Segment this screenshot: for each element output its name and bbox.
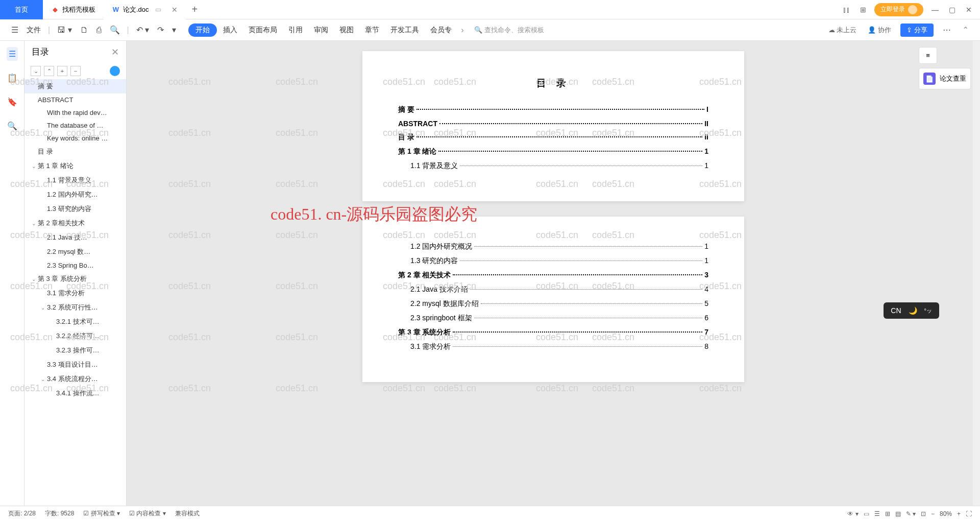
outline-item[interactable]: 2.3 Spring Bo… [24, 259, 126, 272]
sync-icon[interactable] [110, 66, 120, 76]
outline-item[interactable]: 3.4.1 操作流… [24, 386, 126, 400]
login-button[interactable]: 立即登录 [874, 3, 923, 16]
edit-mode-icon[interactable]: ✎ ▾ [906, 510, 916, 517]
menu-开发工具[interactable]: 开发工具 [385, 23, 424, 37]
outline-item[interactable]: ⌄3.2 系统可行性… [24, 300, 126, 315]
new-icon[interactable]: 🗋 [78, 23, 90, 37]
toc-page: II [704, 120, 708, 128]
chevron-down-icon[interactable]: ⌄ [41, 305, 45, 311]
outline-item[interactable]: With the rapid dev… [24, 106, 126, 119]
zoom-fit-icon[interactable]: ⊡ [921, 510, 926, 517]
remove-item-icon[interactable]: − [70, 66, 81, 76]
outline-rail-icon[interactable]: ☰ [7, 47, 18, 61]
plagiarism-check-button[interactable]: 📄 论文查重 [919, 68, 971, 89]
add-item-icon[interactable]: + [57, 66, 67, 76]
minimize-icon[interactable]: — [929, 6, 941, 14]
close-outline-icon[interactable]: ✕ [111, 46, 119, 58]
outline-item[interactable]: ABSTRACT [24, 93, 126, 106]
print-icon[interactable]: ⎙ [94, 23, 104, 37]
spell-check[interactable]: ☑ 拼写检查 ▾ [83, 509, 120, 518]
toc-line: 第 1 章 绪论1 [398, 147, 708, 156]
outline-item[interactable]: 摘 要 [24, 79, 126, 93]
outline-item[interactable]: The database of … [24, 119, 126, 132]
outline-item[interactable]: 1.1 背景及意义 [24, 173, 126, 187]
expand-icon[interactable]: ⌃ [960, 23, 971, 37]
view-page-icon[interactable]: ▭ [864, 510, 869, 517]
cloud-status[interactable]: ☁ 未上云 [826, 26, 859, 35]
ime-indicator[interactable]: CN 🌙 °ッ [884, 302, 939, 319]
outline-item[interactable]: 2.2 mysql 数… [24, 245, 126, 259]
chevron-down-icon[interactable]: ⌄ [32, 163, 36, 169]
maximize-icon[interactable]: ▢ [947, 6, 958, 14]
outline-item[interactable]: 3.2.2 经济可… [24, 329, 126, 343]
outline-item[interactable]: 3.1 需求分析 [24, 286, 126, 300]
close-tab-icon[interactable]: ✕ [172, 6, 178, 14]
dropdown-icon[interactable]: ▾ [170, 23, 178, 37]
split-view-icon[interactable]: ▭ [155, 6, 161, 13]
layout-icon[interactable]: ⫿⫿ [841, 6, 852, 14]
expand-all-icon[interactable]: ⌃ [44, 66, 54, 76]
tab-template[interactable]: ◆ 找稻壳模板 [43, 0, 104, 19]
close-window-icon[interactable]: ✕ [964, 6, 974, 14]
status-bar: 页面: 2/28 字数: 9528 ☑ 拼写检查 ▾ ☑ 内容检查 ▾ 兼容模式… [0, 506, 980, 521]
menu-会员专[interactable]: 会员专 [425, 23, 457, 37]
search-rail-icon[interactable]: 🔍 [5, 119, 19, 133]
bookmark-rail-icon[interactable]: 🔖 [5, 95, 19, 109]
page-indicator[interactable]: 页面: 2/28 [8, 509, 36, 518]
collab-button[interactable]: 👤 协作 [866, 26, 893, 35]
add-tab-button[interactable]: + [186, 4, 204, 15]
file-menu[interactable]: 文件 [24, 26, 43, 35]
save-icon[interactable]: 🖫 ▾ [55, 23, 74, 37]
page-2: 1.2 国内外研究概况11.3 研究的内容1第 2 章 相关技术32.1 Jav… [362, 217, 744, 382]
menu-引用[interactable]: 引用 [283, 23, 308, 37]
outline-item[interactable]: 3.2.3 操作可… [24, 343, 126, 358]
outline-item[interactable]: ⌄3.4 系统流程分… [24, 372, 126, 386]
outline-item[interactable]: ⌄第 3 章 系统分析 [24, 272, 126, 286]
outline-item[interactable]: 2.1 Java 技… [24, 230, 126, 245]
menu-icon[interactable]: ☰ [9, 23, 20, 37]
chevron-down-icon[interactable]: ⌄ [32, 221, 36, 226]
redo-icon[interactable]: ↷ [155, 23, 166, 37]
content-check[interactable]: ☑ 内容检查 ▾ [129, 509, 166, 518]
zoom-in-icon[interactable]: + [957, 510, 961, 517]
outline-item[interactable]: 3.3 项目设计目… [24, 358, 126, 372]
format-button[interactable]: ≡ [919, 47, 937, 64]
more-icon[interactable]: ⋯ [941, 23, 953, 37]
collapse-all-icon[interactable]: ⌄ [31, 66, 41, 76]
outline-item[interactable]: 1.3 研究的内容 [24, 202, 126, 216]
outline-item[interactable]: Key words: online … [24, 132, 126, 145]
preview-icon[interactable]: 🔍 [108, 23, 122, 37]
menu-视图[interactable]: 视图 [334, 23, 359, 37]
apps-icon[interactable]: ⊞ [858, 6, 868, 14]
view-read-icon[interactable]: ▤ [895, 510, 901, 517]
word-count[interactable]: 字数: 9528 [45, 509, 74, 518]
clipboard-rail-icon[interactable]: 📋 [5, 71, 19, 85]
menu-审阅[interactable]: 审阅 [309, 23, 333, 37]
zoom-out-icon[interactable]: − [931, 510, 935, 517]
menu-章节[interactable]: 章节 [360, 23, 384, 37]
vertical-scrollbar[interactable] [973, 41, 980, 506]
tab-home[interactable]: 首页 [0, 0, 43, 19]
outline-item[interactable]: 3.2.1 技术可… [24, 315, 126, 329]
view-web-icon[interactable]: ⊞ [885, 510, 890, 517]
share-button[interactable]: ⇪ 分享 [900, 23, 934, 37]
chevron-down-icon[interactable]: ⌄ [32, 276, 36, 282]
title-bar: 首页 ◆ 找稻壳模板 W 论文.doc ▭ ✕ + ⫿⫿ ⊞ 立即登录 — ▢ … [0, 0, 980, 19]
menu-插入[interactable]: 插入 [218, 23, 242, 37]
outline-item[interactable]: ⌄第 2 章相关技术 [24, 216, 126, 230]
outline-item[interactable]: 1.2 国内外研究… [24, 187, 126, 202]
command-search[interactable]: 🔍 查找命令、搜索模板 [474, 26, 544, 35]
menu-开始[interactable]: 开始 [188, 23, 217, 37]
chevron-down-icon[interactable]: ⌄ [41, 376, 45, 382]
eye-icon[interactable]: 👁 ▾ [847, 510, 858, 517]
outline-item[interactable]: ⌄第 1 章 绪论 [24, 159, 126, 173]
zoom-level[interactable]: 80% [940, 510, 952, 517]
outline-item[interactable]: 目 录 [24, 145, 126, 159]
toc-line: 1.1 背景及意义1 [398, 161, 708, 171]
view-outline-icon[interactable]: ☰ [874, 510, 880, 517]
menu-页面布局[interactable]: 页面布局 [243, 23, 282, 37]
undo-icon[interactable]: ↶ ▾ [134, 23, 151, 37]
tab-document[interactable]: W 论文.doc ▭ ✕ [104, 0, 186, 19]
fullscreen-icon[interactable]: ⛶ [966, 510, 972, 517]
document-area[interactable]: 目 录 摘 要IABSTRACTII目 录II第 1 章 绪论11.1 背景及意… [127, 41, 980, 506]
